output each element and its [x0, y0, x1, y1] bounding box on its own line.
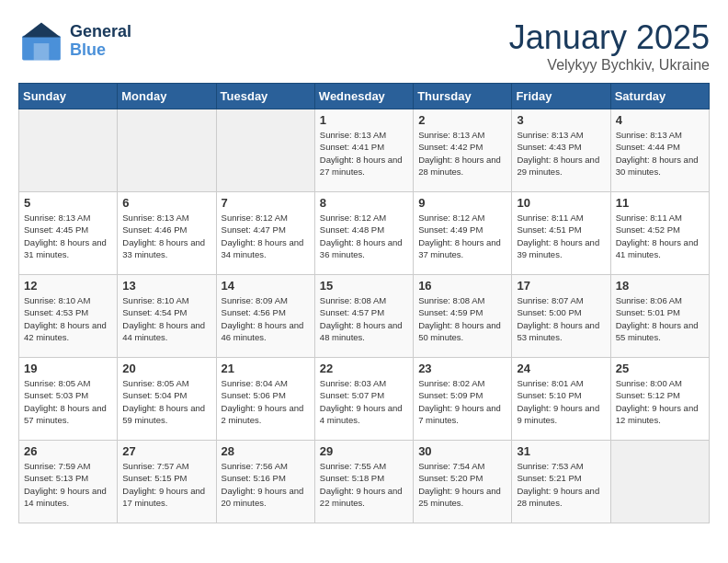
day-number: 13	[122, 279, 210, 293]
calendar-cell: 17Sunrise: 8:07 AM Sunset: 5:00 PM Dayli…	[512, 275, 610, 358]
day-info: Sunrise: 8:13 AM Sunset: 4:45 PM Dayligh…	[24, 212, 112, 260]
calendar-week-4: 19Sunrise: 8:05 AM Sunset: 5:03 PM Dayli…	[19, 358, 710, 441]
day-info: Sunrise: 8:11 AM Sunset: 4:52 PM Dayligh…	[616, 212, 704, 260]
day-info: Sunrise: 8:05 AM Sunset: 5:03 PM Dayligh…	[24, 377, 112, 426]
calendar-cell: 4Sunrise: 8:13 AM Sunset: 4:44 PM Daylig…	[610, 109, 709, 192]
day-number: 9	[418, 196, 506, 210]
day-info: Sunrise: 8:10 AM Sunset: 4:53 PM Dayligh…	[24, 294, 112, 343]
calendar-cell: 11Sunrise: 8:11 AM Sunset: 4:52 PM Dayli…	[610, 192, 709, 275]
header-row: Sunday Monday Tuesday Wednesday Thursday…	[19, 84, 710, 109]
day-info: Sunrise: 7:56 AM Sunset: 5:16 PM Dayligh…	[222, 460, 310, 509]
day-number: 5	[24, 196, 112, 210]
day-number: 14	[222, 279, 310, 293]
day-number: 18	[616, 279, 704, 293]
col-thursday: Thursday	[414, 84, 512, 109]
day-info: Sunrise: 8:07 AM Sunset: 5:00 PM Dayligh…	[517, 294, 605, 343]
title-block: January 2025 Velykyy Bychkiv, Ukraine	[509, 18, 710, 74]
calendar-cell	[216, 109, 314, 192]
day-number: 3	[517, 113, 605, 127]
calendar-body: 1Sunrise: 8:13 AM Sunset: 4:41 PM Daylig…	[19, 109, 710, 523]
day-info: Sunrise: 8:13 AM Sunset: 4:46 PM Dayligh…	[122, 212, 210, 260]
day-info: Sunrise: 8:04 AM Sunset: 5:06 PM Dayligh…	[222, 377, 310, 426]
day-number: 22	[320, 362, 408, 375]
calendar-cell: 23Sunrise: 8:02 AM Sunset: 5:09 PM Dayli…	[414, 358, 512, 441]
day-info: Sunrise: 7:59 AM Sunset: 5:13 PM Dayligh…	[24, 460, 112, 509]
day-info: Sunrise: 8:02 AM Sunset: 5:09 PM Dayligh…	[418, 377, 506, 426]
calendar-cell: 20Sunrise: 8:05 AM Sunset: 5:04 PM Dayli…	[118, 358, 216, 441]
col-wednesday: Wednesday	[314, 84, 413, 109]
calendar-cell: 22Sunrise: 8:03 AM Sunset: 5:07 PM Dayli…	[314, 358, 413, 441]
calendar-cell: 2Sunrise: 8:13 AM Sunset: 4:42 PM Daylig…	[414, 109, 512, 192]
calendar-cell: 25Sunrise: 8:00 AM Sunset: 5:12 PM Dayli…	[610, 358, 709, 441]
day-number: 23	[418, 362, 506, 375]
day-number: 24	[517, 362, 605, 375]
day-number: 25	[616, 362, 704, 375]
logo: General Blue	[18, 18, 131, 64]
calendar-cell: 31Sunrise: 7:53 AM Sunset: 5:21 PM Dayli…	[512, 441, 610, 523]
col-monday: Monday	[118, 84, 216, 109]
day-number: 6	[122, 196, 210, 210]
calendar-cell: 7Sunrise: 8:12 AM Sunset: 4:47 PM Daylig…	[216, 192, 314, 275]
svg-marker-1	[22, 23, 61, 38]
calendar-cell: 30Sunrise: 7:54 AM Sunset: 5:20 PM Dayli…	[414, 441, 512, 523]
day-info: Sunrise: 8:10 AM Sunset: 4:54 PM Dayligh…	[122, 294, 210, 343]
day-info: Sunrise: 8:11 AM Sunset: 4:51 PM Dayligh…	[517, 212, 605, 260]
day-info: Sunrise: 8:08 AM Sunset: 4:57 PM Dayligh…	[320, 294, 408, 343]
day-number: 8	[320, 196, 408, 210]
calendar-week-5: 26Sunrise: 7:59 AM Sunset: 5:13 PM Dayli…	[19, 441, 710, 523]
calendar-cell: 8Sunrise: 8:12 AM Sunset: 4:48 PM Daylig…	[314, 192, 413, 275]
day-info: Sunrise: 7:55 AM Sunset: 5:18 PM Dayligh…	[320, 460, 408, 509]
calendar-cell	[19, 109, 118, 192]
day-info: Sunrise: 8:13 AM Sunset: 4:43 PM Dayligh…	[517, 129, 605, 178]
day-number: 1	[320, 113, 408, 127]
col-sunday: Sunday	[19, 84, 118, 109]
calendar-cell: 1Sunrise: 8:13 AM Sunset: 4:41 PM Daylig…	[314, 109, 413, 192]
day-info: Sunrise: 8:06 AM Sunset: 5:01 PM Dayligh…	[616, 294, 704, 343]
calendar-week-3: 12Sunrise: 8:10 AM Sunset: 4:53 PM Dayli…	[19, 275, 710, 358]
calendar-cell: 12Sunrise: 8:10 AM Sunset: 4:53 PM Dayli…	[19, 275, 118, 358]
calendar-cell: 5Sunrise: 8:13 AM Sunset: 4:45 PM Daylig…	[19, 192, 118, 275]
day-info: Sunrise: 8:12 AM Sunset: 4:47 PM Dayligh…	[222, 212, 310, 260]
day-info: Sunrise: 7:53 AM Sunset: 5:21 PM Dayligh…	[517, 460, 605, 509]
day-number: 31	[517, 444, 605, 458]
calendar-cell: 26Sunrise: 7:59 AM Sunset: 5:13 PM Dayli…	[19, 441, 118, 523]
day-number: 10	[517, 196, 605, 210]
day-info: Sunrise: 8:13 AM Sunset: 4:42 PM Dayligh…	[418, 129, 506, 178]
col-friday: Friday	[512, 84, 610, 109]
calendar-subtitle: Velykyy Bychkiv, Ukraine	[509, 57, 710, 74]
calendar-week-1: 1Sunrise: 8:13 AM Sunset: 4:41 PM Daylig…	[19, 109, 710, 192]
calendar-cell: 10Sunrise: 8:11 AM Sunset: 4:51 PM Dayli…	[512, 192, 610, 275]
calendar-cell	[610, 441, 709, 523]
day-info: Sunrise: 7:54 AM Sunset: 5:20 PM Dayligh…	[418, 460, 506, 509]
day-info: Sunrise: 8:00 AM Sunset: 5:12 PM Dayligh…	[616, 377, 704, 426]
logo-text: General Blue	[70, 23, 131, 60]
day-number: 30	[418, 444, 506, 458]
svg-rect-2	[34, 43, 50, 60]
col-saturday: Saturday	[610, 84, 709, 109]
calendar-cell: 21Sunrise: 8:04 AM Sunset: 5:06 PM Dayli…	[216, 358, 314, 441]
day-info: Sunrise: 8:08 AM Sunset: 4:59 PM Dayligh…	[418, 294, 506, 343]
day-info: Sunrise: 8:13 AM Sunset: 4:41 PM Dayligh…	[320, 129, 408, 178]
calendar-cell: 19Sunrise: 8:05 AM Sunset: 5:03 PM Dayli…	[19, 358, 118, 441]
calendar-cell: 16Sunrise: 8:08 AM Sunset: 4:59 PM Dayli…	[414, 275, 512, 358]
calendar-cell: 24Sunrise: 8:01 AM Sunset: 5:10 PM Dayli…	[512, 358, 610, 441]
calendar-header: Sunday Monday Tuesday Wednesday Thursday…	[19, 84, 710, 109]
calendar-title: January 2025	[509, 18, 710, 57]
calendar-cell: 13Sunrise: 8:10 AM Sunset: 4:54 PM Dayli…	[118, 275, 216, 358]
day-number: 28	[222, 444, 310, 458]
day-number: 21	[222, 362, 310, 375]
calendar-cell: 18Sunrise: 8:06 AM Sunset: 5:01 PM Dayli…	[610, 275, 709, 358]
day-info: Sunrise: 8:03 AM Sunset: 5:07 PM Dayligh…	[320, 377, 408, 426]
day-info: Sunrise: 8:13 AM Sunset: 4:44 PM Dayligh…	[616, 129, 704, 178]
day-number: 26	[24, 444, 112, 458]
day-number: 29	[320, 444, 408, 458]
day-number: 12	[24, 279, 112, 293]
calendar-cell: 15Sunrise: 8:08 AM Sunset: 4:57 PM Dayli…	[314, 275, 413, 358]
calendar-cell: 3Sunrise: 8:13 AM Sunset: 4:43 PM Daylig…	[512, 109, 610, 192]
calendar-cell: 14Sunrise: 8:09 AM Sunset: 4:56 PM Dayli…	[216, 275, 314, 358]
day-number: 20	[122, 362, 210, 375]
day-number: 19	[24, 362, 112, 375]
col-tuesday: Tuesday	[216, 84, 314, 109]
logo-icon	[18, 18, 64, 64]
calendar-cell: 28Sunrise: 7:56 AM Sunset: 5:16 PM Dayli…	[216, 441, 314, 523]
